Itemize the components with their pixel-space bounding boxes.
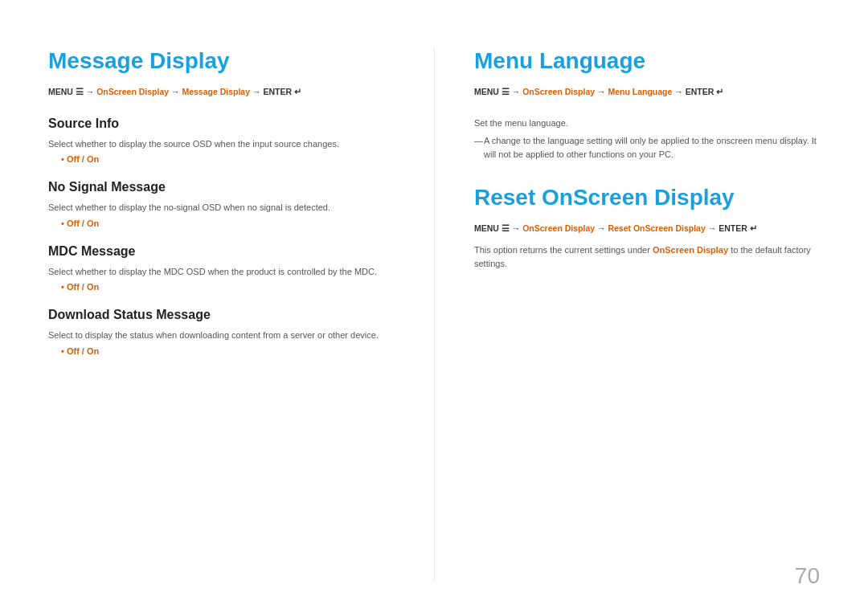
- source-info-section: Source Info Select whether to display th…: [48, 116, 394, 165]
- breadcrumb-arrow2: →: [171, 87, 182, 96]
- ml-link2: Menu Language: [608, 87, 672, 96]
- breadcrumb-arrow1: →: [86, 87, 96, 96]
- ml-arrow2: →: [597, 87, 608, 96]
- ml-menu-icon: ☰: [502, 87, 510, 96]
- reset-enter-icon: ↵: [750, 223, 757, 233]
- reset-desc-link: OnScreen Display: [653, 245, 728, 255]
- reset-arrow3: → ENTER: [708, 223, 750, 233]
- menu-language-title: Menu Language: [474, 48, 820, 74]
- mdc-message-section: MDC Message Select whether to display th…: [48, 244, 394, 292]
- no-signal-title: No Signal Message: [48, 180, 394, 194]
- reset-desc-pre: This option returns the current settings…: [474, 245, 653, 255]
- download-status-bullet: Off / On: [61, 346, 394, 356]
- menu-language-breadcrumb: MENU ☰ → OnScreen Display → Menu Languag…: [474, 85, 820, 99]
- ml-breadcrumb-prefix: MENU: [474, 87, 499, 96]
- enter-icon: ↵: [294, 87, 301, 96]
- breadcrumb-prefix: MENU: [48, 87, 73, 96]
- reset-link2: Reset OnScreen Display: [608, 223, 705, 233]
- download-status-title: Download Status Message: [48, 308, 394, 322]
- mdc-message-desc: Select whether to display the MDC OSD wh…: [48, 265, 394, 279]
- no-signal-desc: Select whether to display the no-signal …: [48, 201, 394, 215]
- ml-arrow1: →: [512, 87, 522, 96]
- breadcrumb-link1: OnScreen Display: [96, 87, 169, 96]
- ml-arrow3: → ENTER: [674, 87, 716, 96]
- reset-title: Reset OnScreen Display: [474, 185, 820, 210]
- right-column: Menu Language MENU ☰ → OnScreen Display …: [450, 48, 820, 364]
- reset-section: Reset OnScreen Display MENU ☰ → OnScreen…: [474, 185, 820, 270]
- reset-link1: OnScreen Display: [522, 223, 595, 233]
- reset-desc: This option returns the current settings…: [474, 243, 820, 270]
- message-display-breadcrumb: MENU ☰ → OnScreen Display → Message Disp…: [48, 85, 394, 99]
- column-divider: [434, 48, 435, 581]
- mdc-message-bullet: Off / On: [61, 282, 394, 292]
- message-display-title: Message Display: [48, 48, 394, 74]
- download-status-section: Download Status Message Select to displa…: [48, 308, 394, 356]
- page-number: 70: [795, 563, 820, 589]
- left-column: Message Display MENU ☰ → OnScreen Displa…: [48, 48, 418, 364]
- menu-language-note: A change to the language setting will on…: [474, 134, 820, 161]
- ml-enter-icon: ↵: [716, 87, 723, 96]
- no-signal-section: No Signal Message Select whether to disp…: [48, 180, 394, 228]
- download-status-desc: Select to display the status when downlo…: [48, 329, 394, 342]
- reset-arrow2: →: [597, 223, 608, 233]
- reset-prefix: MENU: [474, 223, 499, 233]
- no-signal-bullet: Off / On: [61, 219, 394, 228]
- reset-arrow1: →: [512, 223, 522, 233]
- reset-menu-icon: ☰: [502, 223, 510, 233]
- menu-language-desc: Set the menu language.: [474, 116, 820, 130]
- breadcrumb-arrow3: → ENTER: [252, 87, 294, 96]
- reset-breadcrumb: MENU ☰ → OnScreen Display → Reset OnScre…: [474, 222, 820, 235]
- mdc-message-title: MDC Message: [48, 244, 394, 259]
- source-info-title: Source Info: [48, 116, 394, 131]
- ml-link1: OnScreen Display: [522, 87, 595, 96]
- source-info-bullet: Off / On: [61, 154, 394, 164]
- source-info-desc: Select whether to display the source OSD…: [48, 137, 394, 151]
- menu-icon: ☰: [76, 87, 84, 96]
- breadcrumb-link2: Message Display: [182, 87, 250, 96]
